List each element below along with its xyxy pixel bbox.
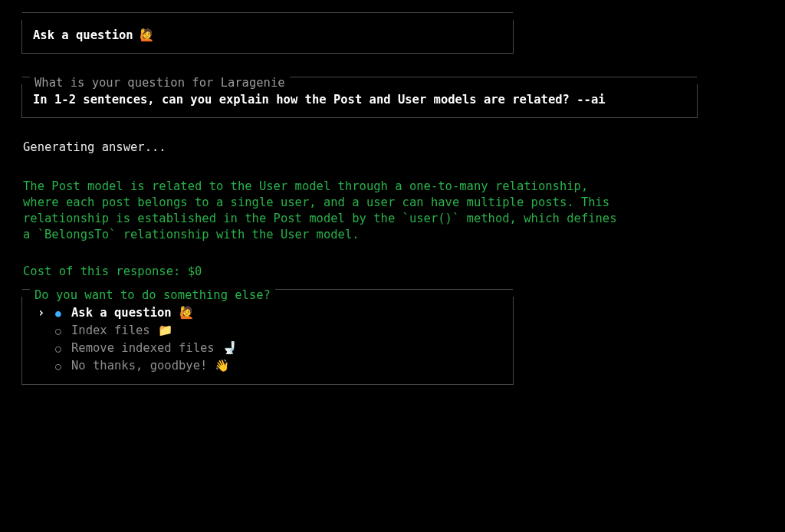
menu-item-label: Remove indexed files xyxy=(71,340,215,356)
ask-question-box: Ask a question 🙋 xyxy=(21,20,514,54)
radio-unselected-icon xyxy=(53,358,64,374)
radio-unselected-icon xyxy=(53,340,64,356)
menu-item-emoji-icon: 🚽 xyxy=(222,340,237,356)
menu-item-label: No thanks, goodbye! xyxy=(71,358,207,374)
ask-question-label: Ask a question xyxy=(33,28,133,44)
menu-item-index-files[interactable]: Index files📁 xyxy=(38,322,502,340)
cost-line: Cost of this response: $0 xyxy=(23,264,762,280)
question-prompt-label: What is your question for Laragenie xyxy=(30,75,290,91)
menu-item-emoji-icon: 👋 xyxy=(215,358,229,374)
question-input[interactable]: In 1-2 sentences, can you explain how th… xyxy=(33,93,606,107)
raising-hand-icon: 🙋 xyxy=(140,28,154,44)
status-line: Generating answer... xyxy=(23,140,762,156)
menu-item-label: Index files xyxy=(71,323,150,339)
menu-item-remove-indexed-files[interactable]: Remove indexed files🚽 xyxy=(38,340,502,357)
menu-item-emoji-icon: 📁 xyxy=(158,323,172,339)
question-input-box: What is your question for Laragenie In 1… xyxy=(21,84,698,118)
followup-menu-label: Do you want to do something else? xyxy=(30,287,275,304)
menu-item-label: Ask a question xyxy=(71,305,172,321)
caret-icon: › xyxy=(38,305,45,321)
radio-selected-icon xyxy=(53,305,64,321)
answer-text: The Post model is related to the User mo… xyxy=(23,179,621,243)
radio-unselected-icon xyxy=(53,323,64,339)
menu-item-no-thanks-goodbye[interactable]: No thanks, goodbye!👋 xyxy=(38,357,502,375)
followup-menu: Do you want to do something else? ›Ask a… xyxy=(21,297,514,385)
menu-item-emoji-icon: 🙋 xyxy=(179,305,194,321)
terminal-screen: Ask a question 🙋 What is your question f… xyxy=(0,0,785,532)
menu-item-ask-a-question[interactable]: ›Ask a question🙋 xyxy=(38,304,502,322)
